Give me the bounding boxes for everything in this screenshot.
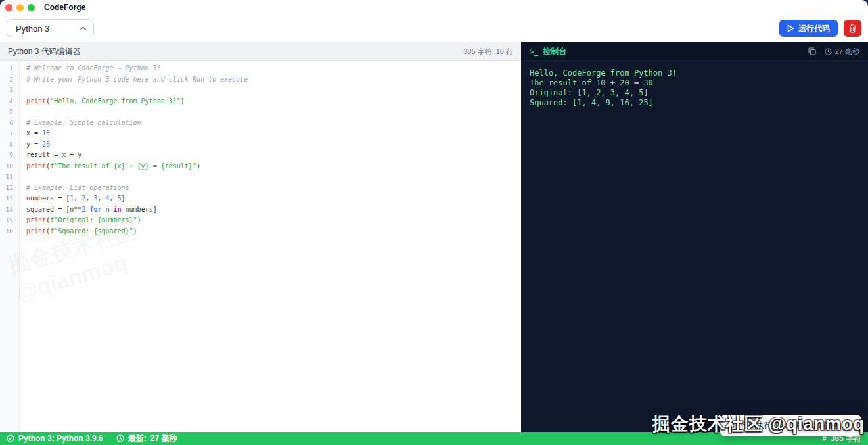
app-title: CodeForge bbox=[44, 3, 85, 12]
line-number: 7 bbox=[0, 128, 19, 139]
runtime-status: Python 3: Python 3.9.6 bbox=[7, 434, 103, 443]
line-number-gutter: 12345678910111213141516 bbox=[0, 61, 20, 432]
line-number: 5 bbox=[0, 106, 19, 118]
title-bar: CodeForge bbox=[0, 0, 868, 14]
code-line[interactable]: print(f"Original: {numbers}") bbox=[26, 215, 521, 226]
code-line[interactable]: # Write your Python 3 code here and clic… bbox=[26, 74, 521, 85]
console-pane: >_ 控制台 27 毫秒 bbox=[521, 42, 868, 432]
editor-body: 12345678910111213141516 # Welcome to Cod… bbox=[0, 61, 521, 432]
trash-icon bbox=[848, 24, 857, 33]
code-line[interactable]: result = x + y bbox=[26, 150, 521, 161]
console-output: Hello, CodeForge from Python 3!The resul… bbox=[521, 61, 868, 432]
check-icon: ✓ bbox=[728, 421, 735, 431]
line-number: 3 bbox=[0, 85, 19, 96]
code-line[interactable]: squared = [n**2 for n in numbers] bbox=[26, 204, 521, 216]
console-output-line: Original: [1, 2, 3, 4, 5] bbox=[530, 88, 859, 98]
console-output-line: Squared: [1, 4, 9, 16, 25] bbox=[530, 98, 859, 108]
run-code-label: 运行代码 bbox=[798, 23, 830, 34]
clock-icon bbox=[825, 48, 832, 55]
minimize-window-button[interactable] bbox=[16, 4, 24, 11]
code-line[interactable]: # Example: Simple calculation bbox=[26, 118, 521, 129]
code-line[interactable]: y = 20 bbox=[26, 139, 521, 151]
line-number: 16 bbox=[0, 226, 19, 237]
execution-time: 27 毫秒 bbox=[825, 47, 859, 57]
language-select[interactable]: Python 3 bbox=[7, 19, 94, 37]
toolbar: Python 3 运行代码 bbox=[0, 14, 868, 42]
toolbar-actions: 运行代码 bbox=[779, 20, 861, 37]
code-line[interactable]: print(f"The result of {x} + {y} = {resul… bbox=[26, 161, 521, 172]
code-line[interactable] bbox=[26, 172, 521, 183]
console-output-line: The result of 10 + 20 = 30 bbox=[530, 78, 859, 88]
main-split: Python 3 代码编辑器 385 字符, 16 行 123456789101… bbox=[0, 42, 868, 432]
line-number: 15 bbox=[0, 215, 19, 226]
code-line[interactable]: # Welcome to CodeForge — Python 3! bbox=[26, 63, 521, 74]
copy-output-button[interactable] bbox=[808, 47, 816, 55]
console-title: 控制台 bbox=[543, 46, 566, 57]
console-header: >_ 控制台 27 毫秒 bbox=[521, 42, 868, 61]
code-line[interactable]: # Example: List operations bbox=[26, 183, 521, 194]
execution-time-value: 27 毫秒 bbox=[835, 47, 859, 57]
success-toast: ✓ 代码执行正常，用时 27 毫秒 ✕ bbox=[720, 415, 861, 436]
line-number: 10 bbox=[0, 161, 19, 172]
line-number: 9 bbox=[0, 150, 19, 161]
check-circle-icon bbox=[7, 434, 14, 442]
window-controls bbox=[5, 4, 35, 11]
app-window: CodeForge Python 3 运行代码 bbox=[0, 0, 868, 445]
run-code-button[interactable]: 运行代码 bbox=[779, 20, 838, 37]
chevron-up-icon bbox=[80, 26, 87, 31]
play-icon bbox=[787, 24, 794, 32]
clear-code-button[interactable] bbox=[844, 20, 861, 37]
line-number: 8 bbox=[0, 139, 19, 151]
code-line[interactable]: x = 10 bbox=[26, 128, 521, 139]
line-number: 11 bbox=[0, 172, 19, 183]
code-line[interactable] bbox=[26, 106, 521, 118]
code-editor[interactable]: # Welcome to CodeForge — Python 3!# Writ… bbox=[20, 61, 521, 432]
zoom-window-button[interactable] bbox=[28, 4, 35, 11]
editor-title: Python 3 代码编辑器 bbox=[8, 46, 81, 57]
line-number: 4 bbox=[0, 96, 19, 107]
editor-pane: Python 3 代码编辑器 385 字符, 16 行 123456789101… bbox=[0, 42, 521, 432]
code-line[interactable]: print(f"Squared: {squared}") bbox=[26, 226, 521, 237]
latest-value: 27 毫秒 bbox=[150, 433, 177, 444]
line-number: 13 bbox=[0, 193, 19, 204]
copy-icon bbox=[808, 47, 816, 55]
code-line[interactable]: numbers = [1, 2, 3, 4, 5] bbox=[26, 193, 521, 204]
line-number: 2 bbox=[0, 74, 19, 85]
toast-message: 代码执行正常，用时 27 毫秒 bbox=[741, 420, 840, 431]
runtime-label: Python 3: Python 3.9.6 bbox=[18, 434, 103, 443]
close-window-button[interactable] bbox=[5, 4, 12, 11]
clock-icon bbox=[116, 434, 124, 442]
editor-stats: 385 字符, 16 行 bbox=[463, 47, 513, 57]
toast-close-button[interactable]: ✕ bbox=[846, 421, 854, 431]
line-number: 12 bbox=[0, 183, 19, 194]
editor-header: Python 3 代码编辑器 385 字符, 16 行 bbox=[0, 42, 521, 61]
line-number: 14 bbox=[0, 204, 19, 216]
latest-label: 最新: bbox=[128, 433, 147, 444]
line-number: 6 bbox=[0, 118, 19, 129]
line-number: 1 bbox=[0, 63, 19, 74]
latest-run-status: 最新: 27 毫秒 bbox=[116, 433, 177, 444]
code-line[interactable]: print("Hello, CodeForge from Python 3!") bbox=[26, 96, 521, 107]
code-line[interactable] bbox=[26, 85, 521, 96]
terminal-prompt-icon: >_ bbox=[530, 47, 538, 56]
language-select-value: Python 3 bbox=[16, 24, 49, 34]
console-output-line: Hello, CodeForge from Python 3! bbox=[530, 68, 859, 78]
